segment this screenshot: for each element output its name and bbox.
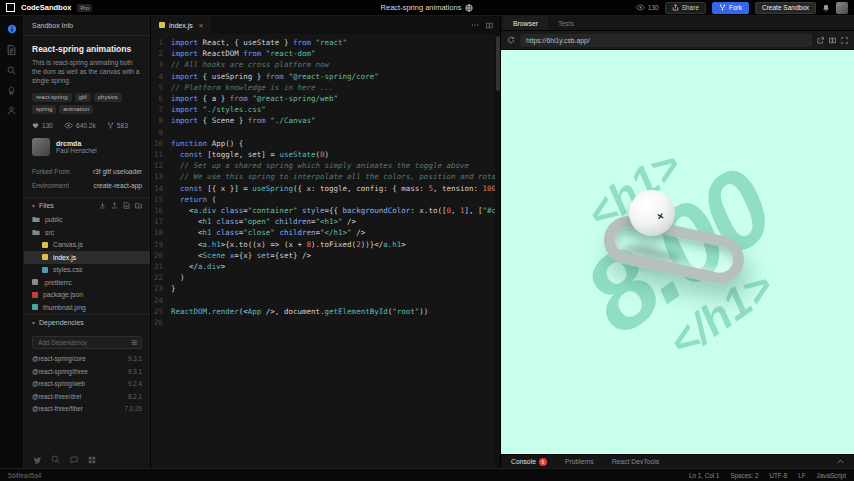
status-item[interactable]: JavaScript (817, 472, 846, 479)
code-line[interactable]: 12 // Set up a shared spring which simpl… (151, 160, 500, 171)
code-line[interactable]: 21 </a.div> (151, 261, 500, 272)
share-button[interactable]: Share (665, 2, 706, 14)
twitter-icon[interactable] (33, 456, 41, 464)
code-line[interactable]: 14 const [{ x }] = useSpring({ x: toggle… (151, 183, 500, 194)
toggle-3d-scene[interactable]: × (593, 182, 763, 302)
code-line[interactable]: 25ReactDOM.render(<App />, document.getE… (151, 306, 500, 317)
tag-pill[interactable]: gltf (75, 93, 91, 102)
code-line[interactable]: 24 (151, 295, 500, 306)
tab-index-js[interactable]: index.js × (151, 16, 211, 34)
preview-tab-tests[interactable]: Tests (548, 16, 584, 30)
bell-icon[interactable] (822, 4, 830, 12)
search-icon[interactable] (7, 66, 16, 75)
tag-pill[interactable]: spring (32, 105, 56, 114)
split-editor-icon[interactable] (486, 22, 493, 29)
file-Canvas.js[interactable]: Canvas.js (24, 239, 150, 252)
code-line[interactable]: 8import { Scene } from "./Canvas" (151, 115, 500, 126)
more-actions-icon[interactable] (471, 23, 479, 27)
code-line[interactable]: 5// Platform knowledge is in here ... (151, 82, 500, 93)
code-line[interactable]: 1import React, { useState } from "react" (151, 37, 500, 48)
code-line[interactable]: 19 <a.h1>{x.to((x) => (x + 8).toFixed(2)… (151, 239, 500, 250)
profile-icon[interactable] (7, 106, 16, 115)
file-package.json[interactable]: package.json (24, 289, 150, 302)
code-line[interactable]: 10function App() { (151, 138, 500, 149)
filter-icon[interactable] (131, 339, 138, 346)
fullscreen-icon[interactable] (841, 37, 848, 44)
export-icon[interactable] (111, 202, 118, 209)
tag-pill[interactable]: physics (94, 93, 122, 102)
close-tab-icon[interactable]: × (199, 21, 204, 30)
code-lines[interactable]: 1import React, { useState } from "react"… (151, 34, 500, 468)
console-tab[interactable]: Console 6 (511, 458, 547, 466)
dependency-row[interactable]: @react-three/fiber7.0.26 (24, 403, 150, 416)
file-src[interactable]: src (24, 226, 150, 239)
file-index.js[interactable]: index.js (24, 251, 150, 264)
preview-tab-browser[interactable]: Browser (503, 16, 548, 30)
code-line[interactable]: 22 ) (151, 272, 500, 283)
code-line[interactable]: 18 <h1 class="close" children="</h1>" /> (151, 227, 500, 238)
code-line[interactable]: 3// All hooks are cross platform now (151, 59, 500, 70)
problems-tab[interactable]: Problems (565, 458, 594, 465)
new-file-icon[interactable] (123, 202, 130, 209)
add-dependency-input[interactable] (32, 336, 142, 349)
create-sandbox-button[interactable]: Create Sandbox (755, 2, 816, 14)
code-line[interactable]: 9 (151, 127, 500, 138)
tag-pill[interactable]: animation (59, 105, 93, 114)
app-preview[interactable]: <h1> 8.00 </h1> × (501, 50, 854, 454)
code-line[interactable]: 17 <h1 class="open" children="<h1>" /> (151, 216, 500, 227)
expand-console-icon[interactable] (837, 459, 844, 464)
deploy-rocket-icon[interactable] (7, 86, 16, 95)
code-line[interactable]: 6import { a } from "@react-spring/web" (151, 93, 500, 104)
eye-icon (64, 122, 73, 129)
status-item[interactable]: UTF-8 (769, 472, 787, 479)
codesandbox-logo-icon[interactable] (6, 3, 15, 12)
user-avatar[interactable] (836, 2, 848, 14)
new-folder-icon[interactable] (135, 202, 142, 209)
dependency-row[interactable]: @react-spring/core9.3.1 (24, 353, 150, 366)
url-input[interactable]: https://6hi1y.csb.app/ (520, 34, 812, 47)
feedback-icon[interactable] (70, 456, 78, 464)
scrollbar-thumb[interactable] (496, 36, 500, 91)
code-line[interactable]: 26 (151, 317, 500, 328)
open-external-icon[interactable] (817, 37, 824, 44)
author-block[interactable]: drcmda Paul Henschel (32, 138, 142, 156)
toggle-track[interactable] (600, 212, 749, 288)
logo-text[interactable]: CodeSandbox (21, 3, 71, 12)
split-preview-icon[interactable] (829, 37, 836, 44)
sandbox-info-icon[interactable] (7, 24, 17, 34)
stat-eye: 640.2k (64, 122, 96, 129)
file-.prettierrc[interactable]: .prettierrc (24, 276, 150, 289)
code-line[interactable]: 7import "./styles.css" (151, 104, 500, 115)
dependency-row[interactable]: @react-three/drei8.2.1 (24, 390, 150, 403)
code-line[interactable]: 13 // We use this spring to interpolate … (151, 171, 500, 182)
status-item[interactable]: Spaces: 2 (730, 472, 758, 479)
apps-grid-icon[interactable] (88, 456, 96, 464)
code-line[interactable]: 23} (151, 283, 500, 294)
refresh-icon[interactable] (507, 36, 515, 44)
dependencies-section-header[interactable]: ▾ Dependencies (24, 314, 150, 331)
code-line[interactable]: 2import ReactDOM from "react-dom" (151, 48, 500, 59)
file-tree: publicsrcCanvas.jsindex.jsstyles.css.pre… (24, 214, 150, 314)
files-section-header[interactable]: ▾ Files (24, 197, 150, 214)
code-line[interactable]: 20 <Scene x={x} set={set} /> (151, 250, 500, 261)
code-line[interactable]: 11 const [toggle, set] = useState(0) (151, 149, 500, 160)
eye-icon (636, 4, 645, 11)
tag-pill[interactable]: react-spring (32, 93, 72, 102)
code-line[interactable]: 15 return ( (151, 194, 500, 205)
toggle-ball[interactable] (629, 190, 675, 236)
import-icon[interactable] (99, 202, 106, 209)
editor-scrollbar[interactable] (495, 34, 500, 468)
file-styles.css[interactable]: styles.css (24, 264, 150, 277)
search-small-icon[interactable] (51, 455, 60, 464)
status-item[interactable]: LF (798, 472, 805, 479)
explorer-icon[interactable] (7, 45, 16, 55)
code-line[interactable]: 16 <a.div class="container" style={{ bac… (151, 205, 500, 216)
file-public[interactable]: public (24, 214, 150, 227)
dependency-row[interactable]: @react-spring/three9.3.1 (24, 365, 150, 378)
fork-button[interactable]: Fork (712, 2, 749, 14)
dependency-row[interactable]: @react-spring/web9.2.4 (24, 378, 150, 391)
code-line[interactable]: 4import { useSpring } from "@react-sprin… (151, 71, 500, 82)
file-thumbnail.png[interactable]: thumbnail.png (24, 301, 150, 314)
status-item[interactable]: Ln 1, Col 1 (689, 472, 719, 479)
react-devtools-tab[interactable]: React DevTools (612, 458, 660, 465)
